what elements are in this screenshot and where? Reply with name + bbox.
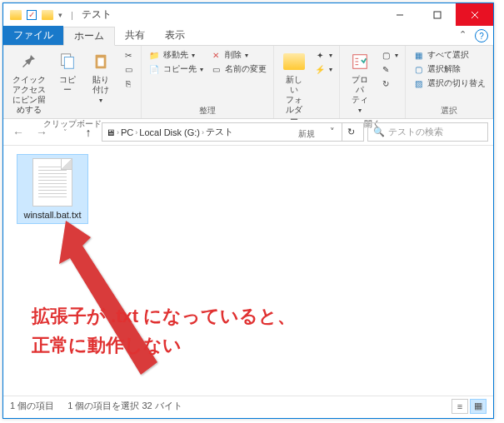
chevron-right-icon: › [202, 128, 204, 137]
chevron-right-icon: › [117, 128, 119, 137]
paste-shortcut-button[interactable]: ⎘ [121, 77, 136, 90]
cut-button[interactable]: ✂ [121, 48, 136, 62]
move-to-button[interactable]: 📁移動先▾ [147, 48, 205, 62]
rename-button[interactable]: ▭名前の変更 [208, 62, 268, 76]
history-icon: ↻ [380, 77, 392, 89]
select-none-button[interactable]: ▢選択解除 [411, 62, 487, 76]
search-input[interactable]: 🔍 テストの検索 [367, 122, 488, 142]
details-view-button[interactable]: ≡ [452, 399, 468, 414]
annotation-arrow [49, 212, 182, 396]
svg-rect-1 [434, 12, 441, 18]
tab-share[interactable]: 共有 [115, 26, 155, 45]
group-select: ▦すべて選択 ▢選択解除 ▨選択の切り替え 選択 [406, 46, 493, 118]
ribbon-collapse-icon[interactable]: ⌃ [459, 29, 467, 42]
group-label: 選択 [411, 103, 487, 118]
breadcrumb[interactable]: 🖥 › PC › Local Disk (G:) › テスト ˅ ↻ [102, 122, 364, 142]
chevron-down-icon: ▾ [395, 52, 398, 59]
status-count: 1 個の項目 [10, 400, 54, 412]
qat-dropdown-icon[interactable]: ▾ [58, 11, 62, 19]
help-button[interactable]: ? [475, 29, 488, 42]
breadcrumb-folder[interactable]: テスト [206, 126, 233, 138]
file-name: winstall.bat.txt [23, 210, 81, 220]
shortcut-icon: ⎘ [122, 77, 134, 89]
chevron-right-icon: › [135, 128, 137, 137]
ribbon: クイック アクセス にピン留めする コピー 貼り付け ▾ ✂ ▭ ⎘ クリップボ… [3, 46, 493, 119]
edit-button[interactable]: ✎ [378, 62, 400, 76]
file-pane[interactable]: winstall.bat.txt [3, 146, 493, 396]
chevron-down-icon: ▾ [358, 107, 362, 115]
easy-access-button[interactable]: ⚡▾ [312, 62, 334, 76]
delete-button[interactable]: ✕削除▾ [208, 48, 268, 62]
select-all-button[interactable]: ▦すべて選択 [411, 48, 487, 62]
select-all-icon: ▦ [412, 49, 424, 61]
svg-rect-5 [64, 57, 73, 69]
titlebar: ✓ ▾ | テスト [3, 3, 493, 26]
forward-button[interactable]: → [32, 122, 52, 142]
refresh-button[interactable]: ↻ [342, 123, 360, 141]
up-button[interactable]: ↑ [78, 122, 98, 142]
group-label: 整理 [147, 103, 268, 118]
properties-icon [348, 50, 372, 73]
pin-to-quick-access-button[interactable]: クイック アクセス にピン留めする [8, 48, 49, 117]
svg-marker-9 [59, 221, 157, 375]
status-selected: 1 個の項目を選択 32 バイト [67, 400, 182, 412]
copy-path-button[interactable]: ▭ [121, 62, 136, 76]
paste-button[interactable]: 貼り付け ▾ [86, 48, 116, 107]
folder-icon [10, 10, 22, 20]
tab-file[interactable]: ファイル [3, 26, 63, 45]
select-none-icon: ▢ [412, 63, 424, 75]
chevron-down-icon: ▾ [329, 52, 332, 59]
new-folder-button[interactable]: 新しい フォルダー [279, 48, 309, 127]
properties-button[interactable]: プロパ ティ ▾ [345, 48, 375, 117]
new-item-icon: ✦ [314, 49, 326, 61]
easy-icon: ⚡ [314, 63, 326, 75]
move-icon: 📁 [148, 49, 160, 61]
copy-icon [56, 50, 79, 73]
breadcrumb-pc[interactable]: PC [121, 127, 133, 137]
group-open: プロパ ティ ▾ ▢▾ ✎ ↻ 開く [340, 46, 406, 118]
back-button[interactable]: ← [8, 122, 28, 142]
chevron-down-icon: ▾ [192, 52, 195, 59]
breadcrumb-drive[interactable]: Local Disk (G:) [139, 127, 200, 137]
group-new: 新しい フォルダー ✦▾ ⚡▾ 新規 [274, 46, 340, 118]
delete-icon: ✕ [210, 49, 222, 61]
group-clipboard: クイック アクセス にピン留めする コピー 貼り付け ▾ ✂ ▭ ⎘ クリップボ… [3, 46, 142, 118]
history-button[interactable]: ↻ [378, 77, 400, 90]
new-item-button[interactable]: ✦▾ [312, 48, 334, 62]
maximize-button[interactable] [418, 3, 456, 26]
svg-rect-7 [97, 57, 103, 66]
statusbar: 1 個の項目 1 個の項目を選択 32 バイト ≡ ▦ [3, 396, 493, 416]
ribbon-tabs: ファイル ホーム 共有 表示 ⌃ ? [3, 26, 493, 46]
edit-icon: ✎ [380, 63, 392, 75]
copyto-icon: 📄 [148, 63, 160, 75]
chevron-down-icon: ▾ [200, 66, 203, 73]
paste-icon [89, 50, 112, 73]
chevron-down-icon: ▾ [245, 52, 248, 59]
minimize-button[interactable] [381, 3, 418, 26]
rename-icon: ▭ [210, 63, 222, 75]
window-title: テスト [82, 7, 112, 22]
close-button[interactable] [456, 3, 493, 26]
file-item[interactable]: winstall.bat.txt [17, 154, 88, 224]
path-icon: ▭ [122, 63, 134, 75]
address-dropdown[interactable]: ˅ [325, 127, 340, 137]
invert-selection-button[interactable]: ▨選択の切り替え [411, 77, 487, 90]
icons-view-button[interactable]: ▦ [470, 399, 487, 414]
chevron-down-icon: ▾ [329, 66, 332, 73]
open-icon: ▢ [380, 49, 392, 61]
qat-checkbox-icon[interactable]: ✓ [27, 10, 37, 20]
recent-dropdown[interactable]: ˅ [55, 122, 75, 142]
pc-icon: 🖥 [106, 127, 115, 137]
invert-icon: ▨ [412, 77, 424, 89]
tab-view[interactable]: 表示 [155, 26, 195, 45]
open-button[interactable]: ▢▾ [378, 48, 400, 62]
pin-icon [17, 50, 41, 73]
tab-home[interactable]: ホーム [63, 27, 115, 46]
folder-icon [42, 10, 53, 20]
copy-button[interactable]: コピー [52, 48, 82, 97]
copy-to-button[interactable]: 📄コピー先▾ [147, 62, 205, 76]
text-file-icon [32, 158, 72, 207]
title-separator: | [71, 10, 73, 20]
chevron-down-icon: ▾ [99, 97, 102, 105]
scissors-icon: ✂ [122, 49, 134, 61]
